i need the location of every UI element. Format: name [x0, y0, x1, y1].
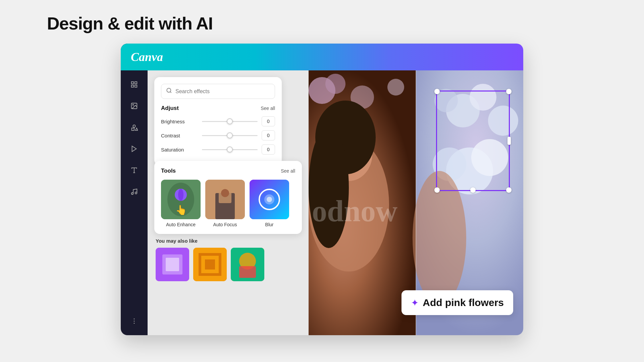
contrast-row: Contrast 0 [161, 130, 275, 140]
handle-bottom-right[interactable] [506, 187, 512, 193]
also-card-1[interactable] [156, 248, 189, 281]
saturation-row: Saturation 0 [161, 144, 275, 155]
svg-text:👆: 👆 [175, 204, 187, 216]
svg-point-45 [387, 79, 404, 96]
sidebar-icon-image[interactable] [127, 99, 142, 113]
svg-rect-37 [205, 259, 215, 269]
handle-top-left[interactable] [434, 89, 440, 94]
auto-focus-label: Auto Focus [213, 222, 237, 227]
sidebar-icon-music[interactable] [127, 184, 142, 199]
svg-marker-8 [136, 128, 138, 130]
svg-point-5 [132, 104, 133, 105]
sidebar-icon-grid[interactable] [127, 77, 142, 92]
svg-text:odnow: odnow [312, 194, 397, 228]
saturation-value: 0 [262, 144, 275, 155]
tools-section-header: Tools See all [161, 168, 295, 174]
saturation-label: Saturation [161, 147, 198, 153]
search-box[interactable] [161, 84, 275, 99]
svg-point-16 [134, 323, 135, 324]
tool-cards: 👆 Auto Enhance Auto [161, 180, 295, 227]
tool-auto-focus[interactable]: Auto Focus [205, 180, 245, 227]
main-container: Canva [121, 44, 523, 335]
blur-thumb [250, 180, 289, 219]
also-like-cards [154, 248, 266, 281]
svg-point-13 [135, 192, 137, 194]
canva-logo: Canva [131, 50, 163, 64]
also-card-2[interactable] [193, 248, 227, 281]
ai-suggestion-text: Add pink flowers [423, 297, 504, 308]
also-card-3[interactable] [231, 248, 264, 281]
svg-point-49 [309, 127, 349, 248]
tools-panel: Tools See all 👆 [154, 161, 302, 234]
adjust-panel: Adjust See all Brightness 0 Contrast [154, 77, 282, 165]
handle-mid-bottom[interactable] [470, 187, 476, 193]
also-like-title: You may also like [154, 238, 266, 244]
adjust-see-all[interactable]: See all [261, 106, 275, 111]
brightness-label: Brightness [161, 119, 198, 124]
svg-point-15 [134, 321, 135, 322]
ai-icon: ✦ [411, 297, 419, 308]
svg-point-14 [134, 318, 135, 319]
brightness-row: Brightness 0 [161, 116, 275, 126]
handle-bottom-left[interactable] [434, 187, 440, 193]
header-bar: Canva [121, 44, 523, 70]
svg-point-17 [167, 88, 171, 92]
tool-auto-enhance[interactable]: 👆 Auto Enhance [161, 180, 201, 227]
svg-marker-9 [132, 146, 137, 152]
auto-focus-thumb [205, 180, 245, 219]
sidebar-icon-more[interactable] [127, 314, 142, 328]
brightness-value: 0 [262, 116, 275, 126]
tools-see-all[interactable]: See all [281, 168, 295, 174]
contrast-value: 0 [262, 130, 275, 140]
handle-mid-right[interactable] [507, 137, 511, 145]
sidebar [121, 44, 148, 335]
svg-point-12 [131, 193, 133, 195]
contrast-slider[interactable] [202, 135, 258, 136]
adjust-section-header: Adjust See all [161, 105, 275, 112]
svg-rect-2 [131, 85, 133, 87]
svg-rect-0 [131, 82, 133, 84]
ai-suggestion-bubble[interactable]: ✦ Add pink flowers [401, 290, 513, 315]
svg-rect-7 [132, 128, 134, 130]
svg-rect-1 [135, 82, 137, 84]
svg-point-22 [178, 189, 183, 201]
sidebar-icon-text[interactable] [127, 163, 142, 178]
handle-top-right[interactable] [506, 89, 512, 94]
auto-enhance-thumb: 👆 [161, 180, 201, 219]
blur-label: Blur [265, 222, 274, 227]
tools-title: Tools [161, 168, 176, 174]
adjust-title: Adjust [161, 105, 179, 112]
contrast-label: Contrast [161, 133, 198, 138]
svg-line-18 [170, 92, 171, 93]
sidebar-icon-shapes[interactable] [127, 120, 142, 135]
canvas-area: odnow [309, 70, 523, 335]
also-like-section: You may also like [154, 238, 266, 281]
tool-blur[interactable]: Blur [250, 180, 289, 227]
svg-point-6 [133, 125, 135, 127]
svg-rect-3 [135, 85, 137, 87]
svg-rect-34 [166, 258, 179, 271]
page-title: Design & edit with AI [47, 13, 213, 34]
svg-point-27 [221, 189, 229, 197]
brightness-slider[interactable] [202, 121, 258, 122]
saturation-slider[interactable] [202, 149, 258, 150]
svg-point-31 [267, 197, 272, 202]
svg-point-43 [325, 74, 345, 94]
selection-box [436, 90, 510, 191]
search-input[interactable] [175, 88, 270, 95]
auto-enhance-label: Auto Enhance [166, 222, 196, 227]
content-area: Adjust See all Brightness 0 Contrast [148, 70, 523, 335]
svg-rect-40 [239, 266, 256, 278]
search-icon [166, 87, 172, 95]
sidebar-icon-video[interactable] [127, 141, 142, 156]
